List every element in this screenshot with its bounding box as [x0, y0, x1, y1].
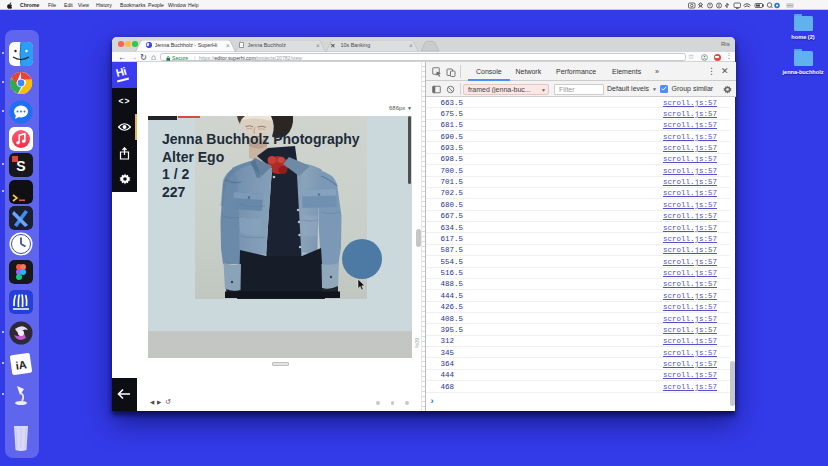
- svg-text:S: S: [16, 158, 25, 174]
- svg-text:iA: iA: [15, 358, 28, 371]
